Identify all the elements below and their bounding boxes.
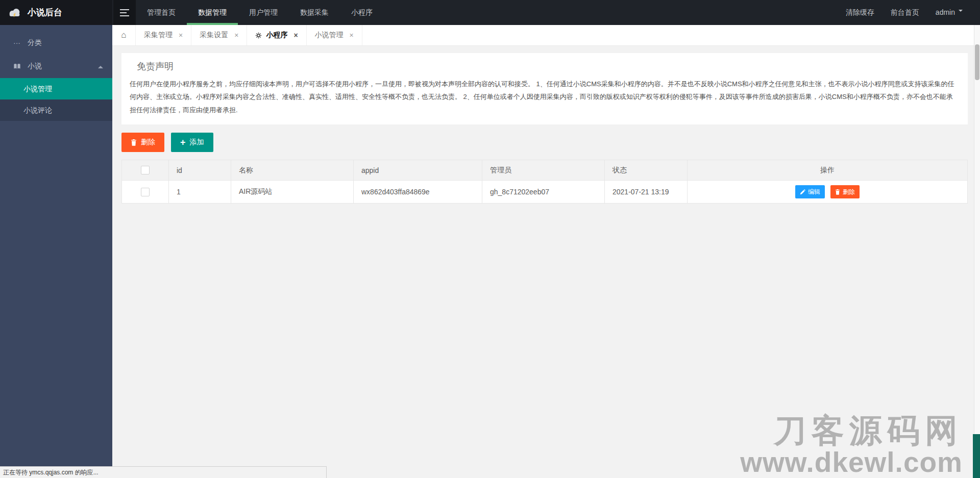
tab-label: 小程序 bbox=[266, 31, 287, 40]
sidebar-subitem-novel-comment[interactable]: 小说评论 bbox=[0, 99, 112, 121]
navbar-right: 清除缓存 前台首页 admin bbox=[838, 0, 980, 25]
browser-status-text: 正在等待 ymcs.qqjas.com 的响应... bbox=[0, 466, 327, 478]
edit-button[interactable]: 编辑 bbox=[795, 185, 825, 198]
sidebar-subitem-novel-manage[interactable]: 小说管理 bbox=[0, 78, 112, 99]
trash-icon bbox=[835, 189, 840, 195]
frontend-home-link[interactable]: 前台首页 bbox=[883, 0, 927, 25]
gear-icon bbox=[255, 32, 262, 39]
col-header-id: id bbox=[169, 160, 231, 181]
main-area: ⌂ 采集管理 × 采集设置 × bbox=[112, 25, 980, 478]
tab-close-icon[interactable]: × bbox=[350, 31, 354, 39]
corner-widget[interactable] bbox=[973, 434, 980, 478]
disclaimer-body: 任何用户在使用小程序服务之前，均应仔细阅读本声明，用户可选择不使用小程序，一旦使… bbox=[130, 78, 959, 116]
miniprogram-table: id 名称 appid 管理员 状态 操作 1 bbox=[121, 160, 968, 204]
col-header-appid: appid bbox=[354, 160, 482, 181]
table-toolbar: 删除 + 添加 bbox=[121, 133, 968, 152]
sidebar-toggle-button[interactable] bbox=[113, 0, 136, 25]
cell-appid: wx862d403ffa84869e bbox=[354, 181, 482, 204]
pencil-icon bbox=[800, 189, 805, 195]
sidebar-item-category[interactable]: ··· 分类 bbox=[0, 31, 112, 55]
tab-collect-manage[interactable]: 采集管理 × bbox=[136, 25, 191, 45]
tabbar: ⌂ 采集管理 × 采集设置 × bbox=[112, 25, 980, 46]
tab-close-icon[interactable]: × bbox=[293, 31, 298, 39]
content: 免责声明 任何用户在使用小程序服务之前，均应仔细阅读本声明，用户可选择不使用小程… bbox=[112, 46, 980, 478]
tab-close-icon[interactable]: × bbox=[234, 31, 238, 39]
plus-icon: + bbox=[180, 138, 186, 147]
clear-cache-button[interactable]: 清除缓存 bbox=[838, 0, 883, 25]
cell-status: 2021-07-21 13:19 bbox=[605, 181, 688, 204]
user-dropdown[interactable]: admin bbox=[927, 0, 971, 25]
nav-item-data-management[interactable]: 数据管理 bbox=[187, 0, 238, 25]
app-title: 小说后台 bbox=[28, 7, 62, 18]
add-button[interactable]: + 添加 bbox=[171, 133, 213, 152]
disclaimer-card: 免责声明 任何用户在使用小程序服务之前，均应仔细阅读本声明，用户可选择不使用小程… bbox=[121, 53, 968, 124]
chevron-down-icon bbox=[959, 10, 963, 14]
hamburger-icon bbox=[120, 9, 129, 16]
delete-button-label: 删除 bbox=[141, 138, 155, 147]
storm-cloud-icon bbox=[7, 7, 22, 18]
tab-label: 采集设置 bbox=[200, 31, 228, 40]
cell-admin: gh_8c71202eeb07 bbox=[482, 181, 605, 204]
col-header-name: 名称 bbox=[231, 160, 354, 181]
sidebar-item-label: 分类 bbox=[28, 38, 42, 47]
trash-icon bbox=[131, 139, 137, 146]
col-header-status: 状态 bbox=[605, 160, 688, 181]
book-icon bbox=[13, 63, 28, 70]
sidebar: ··· 分类 小说 小说管理 小说评论 bbox=[0, 25, 112, 478]
add-button-label: 添加 bbox=[190, 138, 204, 147]
scrollbar-track[interactable] bbox=[974, 25, 980, 478]
tab-label: 小说管理 bbox=[315, 31, 344, 40]
disclaimer-title: 免责声明 bbox=[137, 60, 959, 72]
sidebar-item-novel[interactable]: 小说 bbox=[0, 55, 112, 78]
top-navbar: 小说后台 管理首页 数据管理 用户管理 数据采集 小程序 清除缓存 前台首页 a… bbox=[0, 0, 980, 25]
row-delete-button[interactable]: 删除 bbox=[830, 185, 860, 198]
edit-button-label: 编辑 bbox=[808, 188, 820, 196]
dots-icon: ··· bbox=[13, 39, 28, 47]
delete-button[interactable]: 删除 bbox=[121, 133, 164, 152]
username: admin bbox=[936, 8, 955, 16]
tab-label: 采集管理 bbox=[144, 31, 173, 40]
col-header-actions: 操作 bbox=[688, 160, 968, 181]
row-delete-button-label: 删除 bbox=[843, 188, 855, 196]
cell-id: 1 bbox=[169, 181, 231, 204]
tab-home[interactable]: ⌂ bbox=[112, 25, 136, 45]
nav-item-miniprogram[interactable]: 小程序 bbox=[340, 0, 384, 25]
row-checkbox[interactable] bbox=[141, 188, 150, 196]
home-icon: ⌂ bbox=[121, 30, 126, 40]
scrollbar-thumb[interactable] bbox=[975, 44, 979, 80]
tab-miniprogram[interactable]: 小程序 × bbox=[247, 25, 306, 45]
table-header-row: id 名称 appid 管理员 状态 操作 bbox=[122, 160, 968, 181]
nav-item-data-collection[interactable]: 数据采集 bbox=[289, 0, 340, 25]
nav-item-admin-home[interactable]: 管理首页 bbox=[136, 0, 187, 25]
tab-novel-manage[interactable]: 小说管理 × bbox=[307, 25, 362, 45]
app-logo: 小说后台 bbox=[0, 0, 112, 25]
cell-name: AIR源码站 bbox=[231, 181, 354, 204]
sidebar-item-label: 小说 bbox=[28, 62, 42, 71]
table-row: 1 AIR源码站 wx862d403ffa84869e gh_8c71202ee… bbox=[122, 181, 968, 204]
select-all-checkbox[interactable] bbox=[141, 166, 150, 174]
col-header-admin: 管理员 bbox=[482, 160, 605, 181]
nav-item-user-management[interactable]: 用户管理 bbox=[238, 0, 289, 25]
row-actions: 编辑 删除 bbox=[695, 185, 960, 198]
tab-close-icon[interactable]: × bbox=[179, 31, 183, 39]
tab-collect-settings[interactable]: 采集设置 × bbox=[191, 25, 247, 45]
main-nav-menu: 管理首页 数据管理 用户管理 数据采集 小程序 bbox=[136, 0, 384, 25]
chevron-up-icon bbox=[98, 63, 103, 68]
page: 小说后台 管理首页 数据管理 用户管理 数据采集 小程序 清除缓存 前台首页 a… bbox=[0, 0, 980, 478]
novel-submenu: 小说管理 小说评论 bbox=[0, 78, 112, 121]
